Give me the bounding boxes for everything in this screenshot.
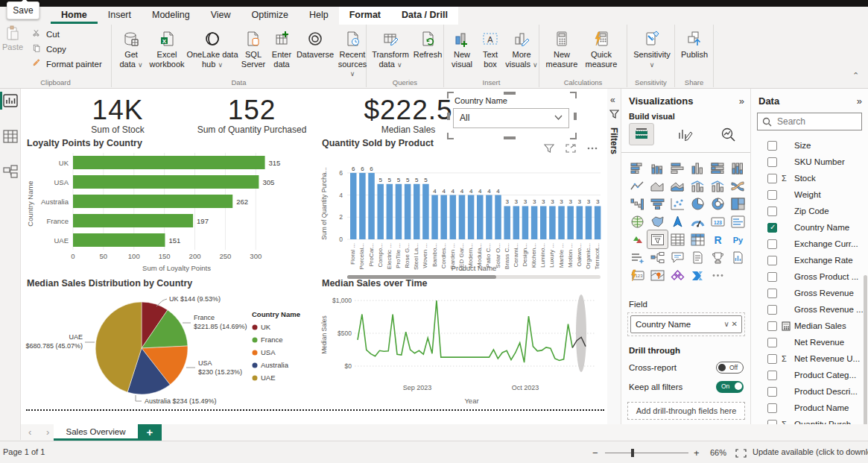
clustered-bar-chart-icon[interactable] — [668, 159, 688, 177]
field-item-stock[interactable]: ΣStock — [757, 171, 862, 187]
field-checkbox[interactable] — [767, 371, 777, 380]
field-item-exchange-curr[interactable]: Exchange Curr... — [757, 236, 862, 253]
field-checkbox[interactable] — [767, 223, 777, 233]
field-item-net-revenue-u[interactable]: ΣNet Revenue U... — [757, 351, 862, 368]
build-visual-tab[interactable] — [629, 123, 654, 145]
search-input[interactable]: Search — [757, 113, 862, 130]
median-sales-line-chart[interactable]: Median Sales over Time$0$500$1,000Sep 20… — [319, 278, 607, 409]
area-chart-icon[interactable] — [647, 177, 668, 195]
arcgis-map-icon[interactable] — [647, 266, 668, 284]
field-item-country-name[interactable]: Country Name — [757, 220, 862, 236]
get-data-button[interactable]: Getdata ∨ — [115, 28, 148, 69]
country-slicer[interactable]: Country Name All — [450, 95, 574, 136]
field-item-median-sales[interactable]: Median Sales — [757, 318, 862, 335]
stacked-bar-chart-icon[interactable] — [627, 159, 647, 177]
selection-handle[interactable] — [447, 92, 454, 98]
chevron-down-icon[interactable]: ∨ — [724, 320, 729, 328]
dataverse-button[interactable]: Dataverse — [295, 28, 335, 60]
field-item-net-revenue[interactable]: Net Revenue — [757, 335, 862, 351]
slicer-dropdown[interactable]: All — [453, 108, 569, 128]
field-item-product-categ[interactable]: Product Categ... — [757, 368, 862, 384]
onelake-button[interactable]: OneLake datahub ∨ — [186, 28, 238, 69]
field-checkbox[interactable] — [767, 256, 777, 265]
analytics-tab[interactable] — [715, 123, 741, 145]
median-sales-pie-chart[interactable]: Median Sales Distribution by CountryUK $… — [24, 278, 323, 409]
more-visuals-button[interactable]: Morevisuals ∨ — [504, 28, 539, 69]
page-tab-sales-overview[interactable]: Sales Overview — [54, 424, 138, 441]
field-checkbox[interactable] — [767, 190, 777, 200]
r-script-icon[interactable]: R — [708, 230, 728, 248]
map-icon[interactable] — [627, 212, 647, 230]
save-button[interactable]: Save — [7, 1, 39, 19]
scatter-chart-icon[interactable] — [668, 195, 688, 212]
power-automate-icon[interactable] — [688, 266, 708, 284]
field-item-gross-product[interactable]: Gross Product ... — [757, 269, 862, 286]
donut-chart-icon[interactable] — [708, 195, 728, 212]
keep-all-filters-toggle[interactable]: On — [716, 381, 744, 393]
q-and-a-icon[interactable] — [627, 248, 647, 266]
filled-map-icon[interactable] — [647, 212, 668, 230]
stacked-area-chart-icon[interactable] — [668, 177, 688, 195]
field-checkbox[interactable] — [767, 321, 777, 331]
field-checkbox[interactable] — [767, 207, 777, 216]
azure-map-icon[interactable] — [668, 212, 688, 230]
ribbon-tab-view[interactable]: View — [200, 7, 241, 22]
waterfall-chart-icon[interactable] — [627, 195, 647, 212]
fit-to-page-icon[interactable] — [735, 449, 747, 458]
loyalty-points-bar-chart[interactable]: Loyalty Points by Country050100150200250… — [24, 138, 322, 277]
table-view-icon[interactable] — [3, 129, 18, 144]
ribbon-tab-format[interactable]: Format — [339, 7, 391, 25]
clustered-column-chart-icon[interactable] — [688, 159, 708, 177]
card-icon[interactable]: 123 — [708, 212, 728, 230]
transform-data-button[interactable]: Transformdata ∨ — [370, 28, 411, 69]
filters-pane-collapsed[interactable]: « Filters — [607, 89, 621, 440]
ribbon-chart-icon[interactable] — [728, 177, 748, 195]
zoom-slider-track[interactable] — [605, 453, 688, 453]
pie-chart-icon[interactable] — [688, 195, 708, 212]
line-chart-icon[interactable] — [627, 177, 647, 195]
line-clustered-column-chart-icon[interactable] — [708, 177, 728, 195]
excel-workbook-button[interactable]: XExcelworkbook — [148, 28, 186, 69]
ribbon-tab-modeling[interactable]: Modeling — [142, 7, 200, 22]
sql-server-button[interactable]: SQLServer — [238, 28, 268, 69]
copy-button[interactable]: Copy — [33, 44, 66, 54]
report-visual-icon[interactable] — [728, 248, 748, 266]
field-checkbox[interactable] — [767, 289, 777, 298]
decomposition-tree-icon[interactable] — [647, 248, 668, 266]
field-item-sku-number[interactable]: SKU Number — [757, 154, 862, 171]
new-visual-button[interactable]: Newvisual — [447, 28, 477, 69]
stacked-column-chart-icon[interactable] — [647, 159, 668, 177]
field-checkbox[interactable] — [767, 387, 777, 397]
quantity-sold-column-chart[interactable]: Quantity Sold by Product02466Floral ...6… — [319, 138, 607, 281]
table-icon[interactable] — [668, 230, 688, 248]
line-stacked-column-chart-icon[interactable] — [688, 177, 708, 195]
selection-handle[interactable] — [504, 92, 516, 95]
ribbon-collapse-icon[interactable]: ⌃ — [852, 71, 859, 81]
update-available-link[interactable]: Update available (click to download) — [753, 447, 868, 456]
new-page-button[interactable]: + — [138, 424, 162, 441]
new-measure-button[interactable]: Newmeasure — [542, 28, 581, 69]
funnel-chart-icon[interactable] — [647, 195, 668, 212]
gauge-icon[interactable] — [688, 212, 708, 230]
field-item-gross-revenue[interactable]: Gross Revenue — [757, 286, 862, 302]
refresh-button[interactable]: Refresh — [411, 28, 444, 60]
selection-handle[interactable] — [570, 92, 577, 98]
quick-measure-button[interactable]: Quickmeasure — [581, 28, 621, 69]
field-item-exchange-rate[interactable]: Exchange Rate — [757, 253, 862, 269]
field-checkbox[interactable] — [767, 354, 777, 364]
field-checkbox[interactable] — [767, 305, 777, 315]
report-view-icon[interactable] — [3, 93, 18, 108]
selection-handle[interactable] — [574, 113, 577, 120]
field-checkbox[interactable] — [767, 272, 777, 282]
publish-button[interactable]: Publish — [678, 28, 711, 60]
cross-report-toggle[interactable]: Off — [716, 362, 744, 374]
ribbon-tab-optimize[interactable]: Optimize — [241, 7, 299, 22]
add-drill-through-dropzone[interactable]: Add drill-through fields here — [627, 402, 745, 420]
zoom-in-icon[interactable]: + — [694, 447, 700, 459]
format-visual-tab[interactable] — [672, 123, 697, 145]
page-nav-arrows[interactable]: ‹ › — [28, 426, 55, 438]
treemap-icon[interactable] — [728, 195, 748, 212]
field-pill-country-name[interactable]: Country Name ∨ ✕ — [630, 315, 742, 333]
pct-stacked-bar-chart-icon[interactable] — [708, 159, 728, 177]
cut-button[interactable]: Cut — [33, 29, 60, 40]
